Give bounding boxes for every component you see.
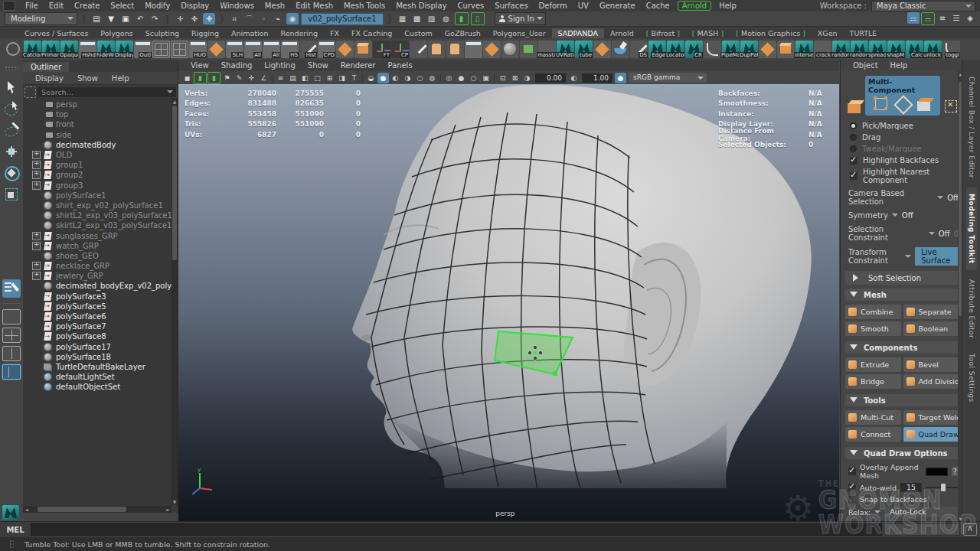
shelf-button[interactable]: SLH — [226, 41, 243, 58]
select-by-component-icon[interactable]: ✚ — [203, 13, 215, 24]
shelf-button[interactable]: HS — [281, 41, 299, 58]
outliner-item[interactable]: defaultLightSet — [23, 372, 172, 382]
shelf-button[interactable]: random — [832, 41, 850, 58]
viewport-toolbar-icon[interactable]: ◐ — [390, 73, 401, 83]
search-input[interactable]: Search... — [38, 87, 176, 97]
new-scene-icon[interactable]: ▤ — [90, 13, 103, 24]
menu-item[interactable]: Create — [69, 0, 105, 11]
outliner-item[interactable]: polySurface5 — [23, 302, 172, 311]
shelf-button[interactable]: All — [263, 41, 280, 58]
outliner-item[interactable]: OLD — [23, 150, 172, 160]
make-live-icon[interactable]: ◉ — [286, 13, 299, 24]
shelf-button[interactable]: crack — [814, 41, 831, 58]
evaluation-icon[interactable]: ⚎ — [921, 12, 935, 25]
menu-item[interactable]: Select — [105, 0, 139, 11]
shelf-button[interactable] — [336, 41, 354, 58]
shelf-button[interactable]: HUO — [189, 41, 207, 58]
viewport-3d-area[interactable]: Verts:2780402755550 Edges:8314888266350 … — [178, 84, 839, 522]
shelf-button[interactable]: Locator — [667, 41, 684, 58]
outliner-item[interactable]: defaultObjectSet — [23, 382, 172, 392]
face-mode-icon[interactable] — [915, 95, 933, 113]
menu-item[interactable]: Mesh Display — [390, 0, 452, 11]
shelf-button[interactable] — [354, 41, 372, 58]
shelf-gear-icon[interactable] — [6, 42, 20, 56]
exposure-field[interactable]: 0.00 — [535, 73, 566, 83]
sign-in-button[interactable]: Sign In — [495, 12, 546, 25]
select-by-hierarchy-icon[interactable]: ✛ — [174, 13, 186, 24]
overlay-color-swatch[interactable] — [926, 468, 947, 476]
viewport-toolbar-icon[interactable]: ○ — [468, 73, 479, 83]
shelf-button[interactable]: Hist — [299, 41, 317, 58]
expand-icon[interactable] — [32, 242, 41, 250]
outliner-item[interactable]: polySurface18 — [23, 352, 172, 362]
scroll-down-icon[interactable]: ▼ — [172, 498, 178, 505]
outliner-item[interactable]: front — [23, 119, 172, 129]
auto-weld-field[interactable]: 15 — [900, 483, 922, 492]
viewport-toolbar-icon[interactable]: T — [348, 73, 360, 83]
scroll-right-icon[interactable]: ► — [165, 507, 172, 512]
shelf-button[interactable]: Outl — [134, 41, 152, 58]
scroll-thumb[interactable] — [38, 507, 126, 512]
side-tab[interactable]: Attribute Editor — [966, 273, 977, 344]
scale-tool-icon[interactable] — [2, 185, 21, 204]
outliner-menu-item[interactable]: Display — [29, 74, 70, 83]
shelf-button[interactable] — [410, 41, 427, 58]
redo-icon[interactable]: ↷ — [149, 13, 161, 24]
outliner-item[interactable]: group2 — [23, 170, 172, 180]
attribute-editor-toggle-icon[interactable]: ☰ — [950, 12, 962, 24]
outliner-menu-item[interactable]: Help — [106, 74, 136, 83]
grip-handle[interactable] — [5, 66, 18, 70]
shelf-button[interactable] — [428, 41, 446, 58]
menu-item[interactable]: UV — [573, 0, 594, 11]
components-section-header[interactable]: Components — [845, 341, 959, 354]
outliner-item[interactable]: group1 — [23, 160, 172, 170]
viewport-toolbar-icon[interactable]: ○ — [414, 73, 426, 83]
shelf-button[interactable]: Edge — [648, 41, 666, 58]
shelf-button[interactable] — [520, 41, 537, 58]
viewport-toolbar-icon[interactable]: ◒ — [365, 73, 377, 83]
render-settings-icon[interactable]: ▨ — [426, 13, 438, 24]
render-icon[interactable]: ▦ — [397, 13, 409, 24]
scroll-thumb[interactable] — [172, 106, 177, 260]
open-scene-icon[interactable]: ▼ — [105, 13, 117, 24]
menu-item[interactable]: Cache — [641, 0, 675, 11]
side-tab[interactable]: Tool Settings — [966, 347, 977, 409]
highlight-checkbox[interactable]: Highlight Nearest Component — [841, 166, 963, 186]
tool-button[interactable]: Quad Draw — [903, 427, 959, 442]
viewport-toolbar-icon[interactable]: ◨ — [336, 73, 348, 83]
menu-item[interactable]: Edit Mesh — [290, 0, 338, 11]
viewport-toolbar-icon[interactable]: ◼ — [181, 73, 193, 83]
symmetry-dropdown[interactable]: SymmetryOff — [841, 208, 963, 222]
expand-icon[interactable] — [32, 161, 41, 169]
ipr-render-icon[interactable]: ▩ — [411, 13, 423, 24]
relax-mode-field[interactable]: Auto-Lock — [884, 507, 959, 517]
component-tool-button[interactable]: Bevel — [903, 357, 959, 372]
expand-icon[interactable] — [32, 181, 41, 190]
selection-constraint-dropdown[interactable]: Selection ConstraintOff0 — [841, 222, 963, 244]
script-editor-icon[interactable]: A — [963, 523, 977, 536]
chevron-down-icon[interactable] — [874, 510, 880, 517]
outliner-item[interactable]: persp — [23, 99, 172, 109]
shelf-button[interactable]: Calc — [906, 41, 923, 58]
viewport-menu-item[interactable]: Lighting — [258, 61, 301, 70]
shelf-tab[interactable]: Rendering — [274, 28, 324, 38]
move-tool-icon[interactable] — [2, 142, 21, 161]
shelf-tab[interactable]: GoZBrush — [439, 28, 487, 38]
shelf-button[interactable]: UVRati — [557, 41, 574, 58]
shelf-tab[interactable]: Curves / Surfaces — [18, 28, 94, 38]
outliner-item[interactable]: sunglasses_GRP — [23, 230, 172, 240]
shelf-tab[interactable]: FX Caching — [345, 28, 398, 38]
tool-button[interactable]: Target Weld — [903, 410, 959, 425]
shelf-button[interactable]: CPD — [318, 41, 335, 58]
viewport-toolbar-icon[interactable]: │ — [439, 73, 443, 83]
viewport-toolbar-icon[interactable]: ● — [456, 73, 467, 83]
expand-icon[interactable] — [32, 151, 41, 159]
shelf-button[interactable]: Hshd — [79, 41, 96, 58]
shelf-tab[interactable]: TURTLE — [844, 28, 884, 38]
gamma-field[interactable]: 1.00 — [582, 73, 612, 83]
viewport-toolbar-icon[interactable]: │ — [270, 73, 274, 83]
toolkit-menu-item[interactable]: Help — [884, 61, 914, 70]
camera-based-selection-dropdown[interactable]: Camera Based SelectionOff — [841, 186, 963, 208]
shelf-button[interactable]: Catclar — [24, 41, 41, 58]
toolkit-menu-item[interactable]: Object — [847, 61, 884, 70]
